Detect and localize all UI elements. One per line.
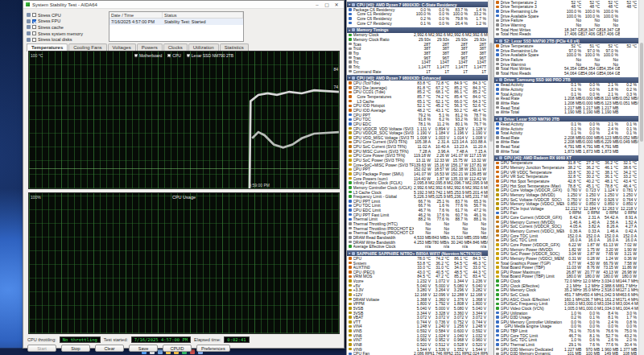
sensor-value: 1,190 MB: [583, 109, 601, 114]
clock-icon: [349, 245, 352, 248]
collapse-icon[interactable]: ▾: [496, 117, 497, 121]
stress-option[interactable]: Stress system memory: [27, 31, 107, 37]
sensor-value: 48 °C: [620, 5, 638, 10]
clock-icon: [496, 303, 499, 306]
hwinfo-sensor-column-1: ▾CPU [#0]: AMD Ryzen 7 9800X3D: C-State …: [346, 0, 488, 355]
collapse-icon[interactable]: ▾: [349, 76, 350, 80]
sensor-row[interactable]: CPU Fan2,086 RPM1,746 RPM2,151 RPM2,024 …: [347, 351, 488, 355]
temperature-icon: [349, 270, 352, 274]
hardware-icon: [27, 25, 31, 29]
collapse-icon[interactable]: ▾: [496, 39, 497, 43]
legend-item[interactable]: CPU: [167, 53, 181, 58]
sensor-section-header[interactable]: ▾GPU [#0]: AMD Radeon RX 9060 XT: [494, 155, 638, 161]
cpuid-button[interactable]: CPUID: [163, 345, 192, 352]
collapse-icon[interactable]: ▾: [349, 28, 350, 32]
collapse-icon[interactable]: ▾: [349, 2, 350, 6]
save-button[interactable]: Save: [129, 345, 158, 352]
checkbox[interactable]: [32, 19, 36, 23]
sensor-scrollbar-1[interactable]: [488, 0, 493, 355]
legend-item[interactable]: Motherboard: [134, 53, 162, 58]
sensor-label: Command Rate: [353, 69, 415, 74]
temperature-icon: [349, 275, 352, 279]
stress-option-label: Stress cache: [38, 25, 64, 30]
power-icon: [496, 275, 499, 279]
sensor-value: 1,190 MB: [601, 109, 620, 114]
button-row: StartStopClearSaveCPUIDPreferences: [27, 345, 340, 352]
data-icon: [496, 111, 499, 114]
voltage-icon: [496, 198, 499, 201]
sensor-section-header[interactable]: ▾Drive: Samsung SSD 990 PRO 2TB: [494, 77, 638, 83]
checkbox[interactable]: [32, 25, 36, 29]
voltage-icon: [349, 279, 352, 283]
checkbox[interactable]: [32, 38, 36, 42]
sensor-value: 1,873 MB: [601, 149, 620, 154]
aida64-app-icon: [26, 2, 30, 6]
sensor-row[interactable]: Average Effective Clockn/an/an/an/a: [347, 244, 488, 249]
sensor-section-header[interactable]: ▾CPU [#0]: AMD Ryzen 7 9800X3D: C-State …: [347, 2, 488, 7]
sensor-section-header[interactable]: ▾Memory Timings: [347, 27, 488, 33]
power-icon: [349, 172, 352, 175]
legend-checkbox[interactable]: [187, 54, 190, 57]
checkbox[interactable]: [32, 13, 36, 17]
sensor-section-header[interactable]: ▾Drive: Lexar SSD NM790 2TB: [494, 116, 638, 122]
stop-button[interactable]: Stop: [61, 345, 90, 352]
sensor-value: 0.051 MB/s: [620, 101, 638, 105]
clear-button[interactable]: Clear: [95, 345, 124, 352]
sensor-scrollbar-2[interactable]: [638, 0, 644, 355]
start-button: Start: [27, 345, 56, 352]
test-started-label: Test started:: [104, 337, 128, 342]
sensor-value: n/a: [432, 244, 451, 249]
device-icon: [499, 39, 502, 43]
sensor-section-header[interactable]: ▾S2: Lexar SSD NM790 2TB (PCIe 4.0 x4): [494, 38, 638, 43]
collapse-icon[interactable]: ▾: [349, 251, 350, 255]
scrollbar-thumb[interactable]: [640, 43, 643, 142]
sensor-section-header[interactable]: ▾CPU [#0]: AMD Ryzen 7 9800X3D: Enhanced: [347, 75, 488, 80]
legend-checkbox[interactable]: [134, 54, 138, 57]
status-icon: [349, 222, 352, 225]
data-icon: [349, 43, 352, 46]
log-row[interactable]: 7/16/2025 4:57:00 PMStability Test: Star…: [109, 19, 243, 25]
power-icon: [349, 177, 352, 180]
minimize-button[interactable]: –: [312, 1, 322, 9]
stress-option[interactable]: Stress FPU: [27, 19, 107, 25]
sensor-row[interactable]: Command Rate1T1T1T1T: [347, 69, 488, 74]
stress-option[interactable]: Stress cache: [27, 24, 107, 31]
temperature-icon: [496, 171, 499, 174]
checkbox[interactable]: [32, 31, 36, 35]
usage-icon: [496, 14, 499, 18]
scrollbar-thumb[interactable]: [489, 43, 493, 142]
sensor-row[interactable]: GPU D3D Memory Dynamic101 MB100 MB149 MB…: [494, 351, 638, 355]
close-button[interactable]: ✕: [332, 1, 341, 9]
usage-icon: [496, 49, 499, 52]
stress-option[interactable]: Stress CPU: [27, 12, 107, 19]
sensor-section-header[interactable]: ▾SAPPHIRE SAPPHIRE NITRO+ B850A WIFI7 (N…: [347, 250, 488, 256]
collapse-icon[interactable]: ▾: [496, 156, 497, 160]
sensor-row[interactable]: Total Host Reads17,406 GB17,406 GB17,406…: [494, 31, 638, 36]
preferences-button[interactable]: Preferences: [196, 345, 230, 352]
data-icon: [349, 70, 352, 73]
cpu-usage-graph: 100% CPU Usage: [28, 192, 340, 334]
device-icon: [352, 76, 355, 80]
test-log[interactable]: Date / Time Status 7/16/2025 4:57:00 PMS…: [109, 11, 244, 42]
legend-item[interactable]: Lexar SSD NM790 2TB: [187, 53, 233, 58]
data-icon: [496, 136, 499, 139]
sensor-value: 1.2 %: [469, 21, 488, 26]
sensor-label: Total Host Reads: [501, 71, 565, 76]
collapse-icon[interactable]: ▾: [496, 78, 497, 82]
window-titlebar[interactable]: System Stability Test - AIDA64 – ▢ ✕: [23, 1, 344, 9]
voltage-icon: [349, 136, 352, 139]
clock-icon: [349, 195, 352, 198]
maximize-button[interactable]: ▢: [322, 1, 332, 9]
legend-checkbox[interactable]: [167, 54, 171, 57]
sensor-row[interactable]: Core C7 Residency0.1 %0.0 %26.4 %1.2 %: [347, 21, 488, 26]
clock-icon: [496, 307, 499, 310]
sensor-value: 101 MB: [564, 351, 583, 355]
sensor-value: 100 MB: [583, 351, 601, 355]
sensor-row[interactable]: Write Total1,873 MB1,873 MB1,873 MB: [494, 149, 638, 154]
legend-label: Lexar SSD NM790 2TB: [192, 53, 233, 58]
sensor-row[interactable]: Total Host Reads54,064 GB54,064 GB54,064…: [494, 71, 638, 76]
stress-option[interactable]: Stress local disks: [27, 36, 107, 43]
sensor-row[interactable]: Write Total1,190 MB1,190 MB1,190 MB: [494, 109, 638, 114]
usage-icon: [349, 122, 352, 126]
sensor-label: Write Total: [501, 149, 565, 154]
